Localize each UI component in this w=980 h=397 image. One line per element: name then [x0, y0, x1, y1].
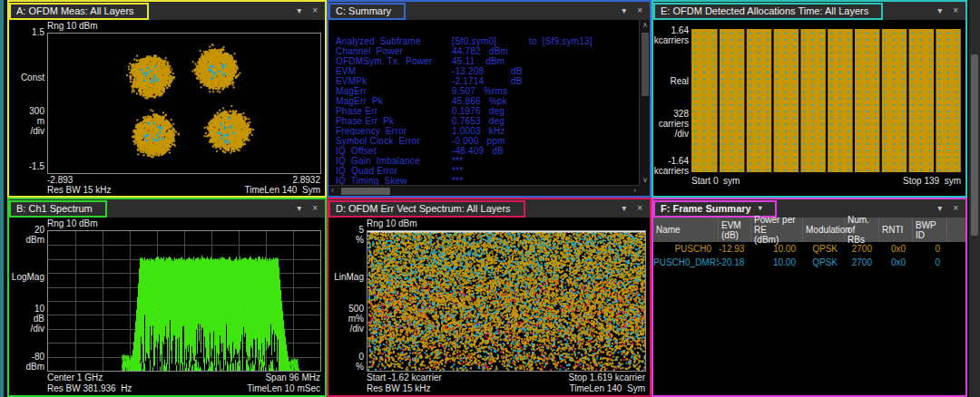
vsa-application: A: OFDM Meas: All Layers ▾ × Rng 10 dBm …	[0, 0, 980, 397]
time-len-label: TimeLen 10 mSec	[247, 383, 320, 393]
table-row[interactable]: PUSCH0-12.9310.00QPSK27000x00	[653, 242, 965, 256]
table-header-cell[interactable]: EVM (dB)	[719, 218, 751, 242]
summary-line: IQ Timing Skew***	[336, 176, 639, 185]
panel-d-titlebar: D: OFDM Err Vect Spectrum: All Layers ▾ …	[328, 199, 650, 218]
panel-b-title[interactable]: B: Ch1 Spectrum	[9, 200, 107, 218]
x-axis-stop-label: Stop 1.619 kcarrier	[569, 373, 646, 382]
res-bw-label: Res BW 381.936 Hz	[47, 383, 132, 393]
x-axis-start-label: Start -1.62 kcarrier	[367, 373, 442, 382]
scrollbar-corner	[639, 185, 650, 196]
close-icon[interactable]: ×	[312, 204, 318, 213]
table-body: PUSCH0-12.9310.00QPSK27000x00PUSCH0_DMRS…	[653, 242, 965, 269]
close-icon[interactable]: ×	[637, 6, 642, 15]
summary-line: IQ Quad Error***	[336, 166, 639, 176]
panel-a-titlebar: A: OFDM Meas: All Layers ▾ ×	[9, 2, 325, 20]
panel-c-title[interactable]: C: Summary	[328, 3, 406, 20]
scroll-right-icon[interactable]: ›	[633, 186, 636, 196]
panel-d-title[interactable]: D: OFDM Err Vect Spectrum: All Layers	[328, 200, 525, 218]
evm-spectrum-canvas	[368, 231, 645, 371]
scroll-left-icon[interactable]: ‹	[331, 186, 334, 196]
close-icon[interactable]: ×	[312, 6, 318, 15]
span-label: Span 96 MHz	[265, 373, 320, 382]
summary-vertical-scrollbar[interactable]: ∧ ∨	[639, 20, 650, 185]
summary-line: Symbol Clock Error-0.000 ppm	[336, 136, 639, 146]
allocations-canvas	[691, 29, 962, 172]
time-len-label: TimeLen 140 Sym	[569, 383, 645, 393]
evm-spectrum-plot[interactable]	[367, 230, 646, 372]
table-cell: -12.93	[719, 244, 751, 254]
summary-line: IQ Offset-48.409 dB	[336, 146, 639, 156]
minimize-icon[interactable]: ▾	[622, 6, 626, 15]
table-header-cell[interactable]: Modulation	[803, 218, 845, 242]
range-label: Rng 10 dBm	[47, 218, 98, 228]
table-header-cell[interactable]: Num. of RBs	[845, 218, 879, 242]
vertical-scrollbar-thumb[interactable]	[642, 33, 649, 96]
y-axis-bottom-label: -1.5	[9, 161, 44, 171]
panel-c-content: Analyzed Subframe[Sf0,sym0] to [Sf9,sym1…	[328, 20, 650, 196]
scroll-down-icon[interactable]: ∨	[640, 176, 651, 184]
horizontal-scrollbar-thumb[interactable]	[341, 188, 390, 195]
frame-summary-table: NameEVM (dB)Power per RE (dBm)Modulation…	[653, 218, 965, 269]
table-cell: 0	[913, 257, 947, 267]
range-label: Rng 10 dBm	[367, 218, 417, 228]
table-cell: 2700	[845, 244, 879, 254]
table-cell: 0x0	[879, 244, 913, 254]
close-icon[interactable]: ×	[953, 204, 958, 213]
x-axis-right-label: 2.8932	[292, 175, 320, 185]
close-icon[interactable]: ×	[953, 6, 958, 15]
table-cell: 10.00	[751, 244, 803, 254]
panel-e-title[interactable]: E: OFDM Detected Allocations Time: All L…	[653, 3, 883, 20]
y-axis-top-label: 20 dBm	[9, 225, 44, 245]
panel-d-content: Rng 10 dBm 5 % LinMag 500 m% /div 0 % St…	[328, 218, 650, 395]
res-bw-label: Res BW 15 kHz	[367, 383, 431, 393]
table-cell: PUSCH0	[653, 244, 719, 254]
table-header-cell[interactable]: BWP ID	[913, 218, 947, 242]
panel-frame-summary: F: Frame Summary ▾ ▾ × NameEVM (dB)Power…	[652, 198, 967, 397]
y-axis-scale-label: 10 dB /div	[9, 304, 44, 334]
summary-line: Phase Err Pk0.7653 deg	[336, 116, 639, 126]
minimize-icon[interactable]: ▾	[937, 204, 942, 213]
window-vertical-scrollbar[interactable]	[969, 0, 980, 397]
scroll-up-icon[interactable]: ∧	[640, 21, 651, 29]
window-scrollbar-thumb[interactable]	[971, 54, 978, 236]
table-row[interactable]: PUSCH0_DMRS-20.1810.00QPSK27000x00	[653, 256, 965, 269]
minimize-icon[interactable]: ▾	[622, 204, 626, 213]
x-axis-start-label: Start 0 sym	[691, 176, 740, 186]
summary-line: Analyzed Subframe[Sf0,sym0] to [Sf9,sym1…	[336, 36, 639, 46]
summary-line: OFDMSym. Tx. Power45.11 dBm	[336, 56, 639, 66]
table-header-row: NameEVM (dB)Power per RE (dBm)Modulation…	[653, 218, 965, 242]
table-header-cell[interactable]: RNTI	[879, 218, 913, 242]
summary-line: MagErr9.507 %rms	[336, 86, 639, 96]
minimize-icon[interactable]: ▾	[937, 6, 942, 15]
panel-f-content: NameEVM (dB)Power per RE (dBm)Modulation…	[653, 218, 965, 395]
panel-b-content: Rng 10 dBm 20 dBm LogMag 10 dB /div -80 …	[9, 218, 325, 395]
table-cell: 2700	[845, 257, 879, 267]
summary-line: EVMPk-2.1714 dB	[336, 76, 639, 86]
res-bw-label: Res BW 15 kHz	[47, 185, 112, 195]
constellation-plot[interactable]	[47, 33, 321, 174]
minimize-icon[interactable]: ▾	[297, 6, 301, 15]
y-axis-top-label: 1.64 kcarriers	[653, 25, 689, 45]
summary-horizontal-scrollbar[interactable]: ‹ ›	[328, 185, 639, 196]
table-header-cell[interactable]: Name	[653, 218, 719, 242]
summary-line: EVM-13.208 dB	[336, 66, 639, 76]
panel-e-titlebar: E: OFDM Detected Allocations Time: All L…	[653, 2, 965, 20]
spectrum-plot[interactable]	[47, 230, 321, 372]
summary-line: Phase Err0.1976 deg	[336, 106, 639, 116]
allocations-plot[interactable]	[691, 29, 962, 172]
minimize-icon[interactable]: ▾	[297, 204, 301, 213]
summary-list: Analyzed Subframe[Sf0,sym0] to [Sf9,sym1…	[328, 20, 639, 185]
panel-err-vect-spectrum: D: OFDM Err Vect Spectrum: All Layers ▾ …	[327, 198, 652, 397]
table-header-cell[interactable]	[947, 218, 965, 242]
trace-format-label: LogMag	[9, 272, 44, 282]
summary-line: MagErr Pk45.866 %pk	[336, 96, 639, 106]
y-axis-scale-label: 500 m% /div	[328, 304, 364, 334]
panel-e-content: 1.64 kcarriers Real 328 carriers /div -1…	[653, 20, 965, 196]
y-axis-top-label: 1.5	[9, 27, 44, 37]
panel-c-titlebar: C: Summary ▾ ×	[328, 2, 650, 20]
panel-a-title[interactable]: A: OFDM Meas: All Layers	[9, 3, 149, 20]
panel-ofdm-meas: A: OFDM Meas: All Layers ▾ × Rng 10 dBm …	[7, 0, 327, 198]
dropdown-icon[interactable]: ▾	[759, 204, 762, 212]
table-header-cell[interactable]: Power per RE (dBm)	[751, 218, 803, 242]
close-icon[interactable]: ×	[637, 204, 642, 213]
